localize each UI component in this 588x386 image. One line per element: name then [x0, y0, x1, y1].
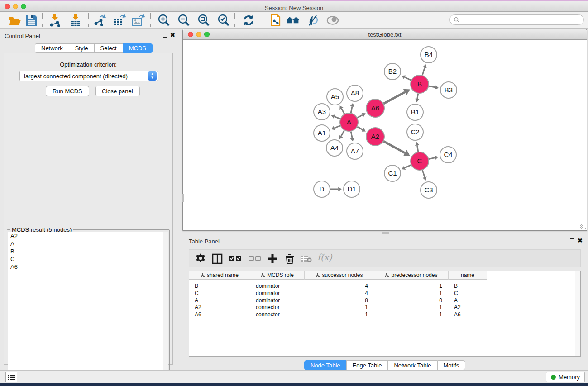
table-scrollbar[interactable]	[575, 271, 580, 356]
main-titlebar[interactable]: Session: New Session	[0, 1, 588, 12]
table-cell[interactable]: A6	[195, 311, 250, 318]
canvas-vscroll-thumb[interactable]	[182, 194, 184, 202]
tab-select[interactable]: Select	[94, 43, 123, 53]
clone-session-icon[interactable]	[270, 14, 283, 27]
edge-B-B2[interactable]	[405, 77, 411, 81]
search-box[interactable]	[449, 14, 584, 25]
zoom-in-icon[interactable]	[157, 14, 171, 27]
table-cell[interactable]: B	[454, 282, 487, 290]
criterion-dropdown[interactable]: largest connected component (directed) ▲…	[19, 71, 158, 81]
import-table-icon[interactable]	[69, 14, 82, 27]
memory-button[interactable]: Memory	[546, 372, 585, 382]
deselect-all-icon[interactable]	[249, 256, 261, 262]
edge-A-A7[interactable]	[351, 132, 352, 138]
table-cell[interactable]: A2	[454, 304, 487, 311]
tab-mcds[interactable]: MCDS	[123, 43, 153, 53]
tab-network-table[interactable]: Network Table	[387, 360, 437, 370]
close-panel-icon[interactable]: ✖	[170, 33, 175, 38]
table-cell[interactable]: C	[454, 290, 487, 297]
result-list-scrollbar[interactable]	[163, 232, 168, 382]
table-cell[interactable]: A	[454, 297, 487, 304]
import-network-icon[interactable]	[48, 14, 62, 27]
result-list-item[interactable]: B	[8, 248, 168, 255]
table-cell[interactable]: 1	[374, 290, 442, 297]
result-list-item[interactable]: C	[8, 255, 168, 263]
table-cell[interactable]: A	[195, 297, 250, 304]
refresh-icon[interactable]	[242, 14, 255, 27]
network-view-window[interactable]: testGlobe.txt B4B2BB3A5A8A6A3B1AC2A1A2A4…	[182, 29, 587, 231]
table-cell[interactable]: 1	[305, 311, 368, 318]
table-cell[interactable]: 8	[305, 297, 368, 304]
columns-icon[interactable]	[212, 253, 223, 264]
float-table-panel-icon[interactable]	[570, 238, 574, 243]
toggle-graphics-details-icon[interactable]	[306, 14, 320, 27]
edge-B-B3[interactable]	[429, 86, 435, 87]
network-canvas[interactable]: B4B2BB3A5A8A6A3B1AC2A1A2A4A7C4CC1DD1C3	[183, 40, 587, 230]
edge-A-A3[interactable]	[335, 117, 340, 119]
table-cell[interactable]: connector	[256, 311, 305, 318]
table-cell[interactable]: A6	[454, 311, 487, 318]
run-mcds-button[interactable]: Run MCDS	[46, 86, 89, 96]
edge-C-C4[interactable]	[429, 157, 435, 159]
result-list-item[interactable]: A2	[8, 232, 168, 240]
zoom-fit-icon[interactable]	[197, 14, 210, 27]
task-history-button[interactable]	[5, 372, 17, 382]
search-input[interactable]	[460, 16, 583, 23]
home-icon[interactable]	[286, 14, 300, 27]
table-cell[interactable]: 0	[374, 297, 442, 304]
table-cell[interactable]: 4	[305, 282, 368, 290]
select-all-icon[interactable]	[229, 256, 242, 262]
close-table-panel-icon[interactable]: ✖	[578, 238, 583, 243]
edge-A-A5[interactable]	[341, 109, 344, 114]
result-list-item[interactable]: A6	[8, 263, 168, 271]
export-image-icon[interactable]	[131, 14, 145, 27]
edge-A-A6[interactable]	[358, 115, 363, 118]
table-cell[interactable]: dominator	[256, 297, 305, 304]
edge-A-A4[interactable]	[341, 130, 344, 136]
network-graph[interactable]: B4B2BB3A5A8A6A3B1AC2A1A2A4A7C4CC1DD1C3	[183, 40, 587, 230]
gear-icon[interactable]	[196, 253, 206, 263]
table-cell[interactable]: C	[195, 290, 250, 297]
result-list-item[interactable]: A	[8, 240, 168, 248]
column-header-successor-nodes[interactable]: successor nodes	[305, 271, 374, 280]
mcds-result-list[interactable]: A2ABCA6	[8, 232, 168, 382]
table-cell[interactable]: dominator	[256, 282, 305, 290]
network-window-titlebar[interactable]: testGlobe.txt	[183, 29, 587, 40]
column-header-predecessor-nodes[interactable]: predecessor nodes	[374, 271, 449, 280]
export-network-icon[interactable]	[93, 14, 107, 27]
show-hide-icon[interactable]	[326, 14, 339, 27]
delete-table-icon[interactable]	[301, 255, 312, 262]
table-cell[interactable]: 4	[305, 290, 368, 297]
edge-C-C1[interactable]	[405, 165, 411, 168]
float-panel-icon[interactable]	[163, 33, 167, 38]
edge-B-B1[interactable]	[417, 94, 418, 99]
function-builder-icon[interactable]: f(x)	[317, 252, 332, 262]
open-folder-icon[interactable]	[8, 14, 22, 27]
edge-A-A1[interactable]	[335, 126, 340, 128]
edge-A2-C[interactable]	[383, 141, 405, 153]
delete-column-icon[interactable]	[285, 253, 295, 264]
edge-C-C2[interactable]	[417, 145, 418, 152]
table-cell[interactable]: 1	[305, 304, 368, 311]
table-cell[interactable]: connector	[256, 304, 305, 311]
resize-gripper-icon[interactable]	[580, 224, 586, 229]
edge-A-A8[interactable]	[351, 106, 352, 113]
canvas-hscroll-thumb[interactable]	[382, 232, 389, 234]
edge-B-B4[interactable]	[422, 67, 425, 75]
close-panel-button[interactable]: Close panel	[95, 86, 140, 96]
table-cell[interactable]: dominator	[256, 290, 305, 297]
tab-network[interactable]: Network	[35, 43, 69, 53]
edge-A-A2[interactable]	[357, 127, 363, 129]
tab-edge-table[interactable]: Edge Table	[346, 360, 388, 370]
table-cell[interactable]: 1	[374, 282, 442, 290]
zoom-selected-icon[interactable]	[217, 14, 230, 27]
zoom-out-icon[interactable]	[177, 14, 191, 27]
tab-motifs[interactable]: Motifs	[437, 360, 466, 370]
add-column-icon[interactable]	[267, 253, 278, 264]
column-header-shared-name[interactable]: shared name	[189, 271, 250, 280]
tab-style[interactable]: Style	[69, 43, 94, 53]
table-cell[interactable]: 1	[374, 311, 442, 318]
edge-C-C3[interactable]	[422, 170, 425, 177]
edge-A6-B[interactable]	[383, 92, 405, 104]
column-header-name[interactable]: name	[449, 271, 487, 280]
